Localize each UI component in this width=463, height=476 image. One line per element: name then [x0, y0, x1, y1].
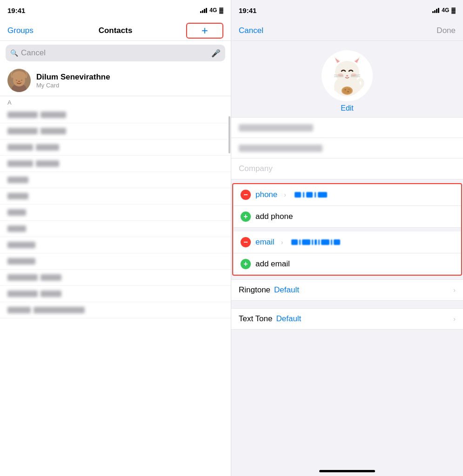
settings-section: Ringtone Default › [231, 279, 463, 301]
phone-chevron: › [284, 191, 286, 198]
ringtone-label: Ringtone [239, 285, 270, 295]
contact-item[interactable] [0, 188, 231, 205]
network-type-right: 4G [442, 7, 449, 13]
email-row: − email › [233, 231, 461, 253]
signal-bar-1 [200, 11, 201, 13]
contact-item[interactable] [0, 286, 231, 302]
time-left: 19:41 [7, 7, 25, 14]
avatar [7, 69, 31, 92]
first-name-value [239, 124, 313, 132]
time-right: 19:41 [239, 7, 256, 14]
add-contact-button[interactable]: + [186, 23, 223, 39]
company-field[interactable]: Company [231, 159, 463, 179]
signal-bar-r3 [436, 9, 437, 13]
text-tone-row[interactable]: Text Tone Default › [231, 309, 463, 329]
home-indicator [319, 470, 375, 472]
svg-point-24 [348, 91, 349, 93]
remove-phone-button[interactable]: − [241, 190, 251, 200]
ringtone-value: Default [274, 285, 299, 295]
ringtone-chevron: › [453, 286, 456, 294]
battery-icon-right: ▓ [451, 7, 456, 13]
nav-bar-right: Cancel Done [231, 20, 463, 41]
svg-point-22 [342, 87, 352, 94]
text-tone-chevron: › [453, 315, 456, 323]
search-bar[interactable]: 🔍 Cancel 🎤 [6, 45, 225, 61]
my-card-info: Dilum Senevirathne My Card [36, 73, 110, 89]
contact-item[interactable] [0, 123, 231, 139]
search-icon: 🔍 [10, 49, 18, 57]
phone-value [295, 192, 327, 198]
nav-bar-left: Groups Contacts + [0, 20, 231, 41]
cat-sticker [324, 53, 370, 99]
text-tone-value: Default [276, 314, 301, 324]
my-card-section[interactable]: Dilum Senevirathne My Card [0, 65, 231, 96]
plus-icon: + [201, 24, 208, 37]
company-placeholder: Company [239, 164, 273, 173]
text-tone-label: Text Tone [239, 314, 272, 324]
status-icons-left: 4G ▓ [200, 7, 223, 13]
contact-list [0, 107, 231, 476]
signal-bar-4 [206, 8, 207, 13]
ringtone-row[interactable]: Ringtone Default › [231, 280, 463, 300]
first-name-field[interactable] [231, 118, 463, 138]
contacts-list-panel: 19:41 4G ▓ Groups Contacts + 🔍 Cancel 🎤 [0, 0, 231, 476]
text-tone-section: Text Tone Default › [231, 308, 463, 330]
contact-item[interactable] [0, 156, 231, 172]
email-chevron: › [281, 238, 283, 246]
contact-photo[interactable] [322, 50, 373, 101]
contact-item[interactable] [0, 221, 231, 237]
edit-contact-panel: 19:41 4G ▓ Cancel Done [231, 0, 463, 476]
my-card-name: Dilum Senevirathne [36, 73, 110, 82]
scrollbar-thumb [228, 116, 230, 153]
add-email-row: + add email [233, 253, 461, 275]
contact-item[interactable] [0, 253, 231, 270]
scrollbar [228, 107, 231, 476]
signal-bars-left [200, 8, 207, 13]
photo-section: Edit [231, 41, 463, 117]
add-phone-row: + add phone [233, 206, 461, 228]
svg-point-6 [18, 81, 20, 82]
email-value [291, 239, 340, 245]
contact-item[interactable] [0, 237, 231, 253]
contacts-title: Contacts [99, 26, 133, 35]
name-form-section: Company [231, 117, 463, 179]
my-card-label: My Card [36, 82, 110, 89]
signal-bar-3 [204, 9, 205, 13]
svg-point-9 [335, 61, 359, 83]
bottom-area [231, 330, 463, 476]
section-gap [233, 228, 461, 231]
svg-point-25 [349, 89, 349, 90]
signal-bar-r1 [432, 11, 434, 13]
contact-item[interactable] [0, 302, 231, 318]
signal-bar-2 [202, 10, 203, 13]
add-email-button[interactable]: + [241, 259, 251, 269]
groups-button[interactable]: Groups [7, 26, 34, 35]
microphone-icon[interactable]: 🎤 [211, 49, 221, 58]
phone-row: − phone › [233, 184, 461, 206]
search-input[interactable]: Cancel [21, 48, 208, 58]
last-name-value [239, 145, 322, 152]
status-bar-left: 19:41 4G ▓ [0, 0, 231, 20]
section-header-a: A [0, 96, 231, 107]
last-name-field[interactable] [231, 138, 463, 159]
contact-item[interactable] [0, 205, 231, 221]
phone-email-section: − phone › + add phone − email › [232, 183, 462, 276]
contact-item[interactable] [0, 270, 231, 286]
svg-point-23 [345, 89, 346, 91]
contact-item[interactable] [0, 139, 231, 156]
phone-label[interactable]: phone [255, 190, 277, 199]
status-icons-right: 4G ▓ [432, 7, 456, 13]
signal-bars-right [432, 8, 439, 13]
status-bar-right: 19:41 4G ▓ [231, 0, 463, 20]
contact-item[interactable] [0, 172, 231, 188]
contact-item[interactable] [0, 107, 231, 123]
remove-email-button[interactable]: − [241, 237, 251, 247]
add-email-label: add email [255, 259, 290, 269]
add-phone-button[interactable]: + [241, 212, 251, 222]
edit-photo-button[interactable]: Edit [341, 104, 354, 112]
signal-bar-r2 [434, 10, 436, 13]
email-label[interactable]: email [255, 238, 275, 247]
done-button[interactable]: Done [436, 26, 456, 35]
cancel-button[interactable]: Cancel [239, 26, 263, 35]
add-phone-label: add phone [255, 212, 293, 221]
